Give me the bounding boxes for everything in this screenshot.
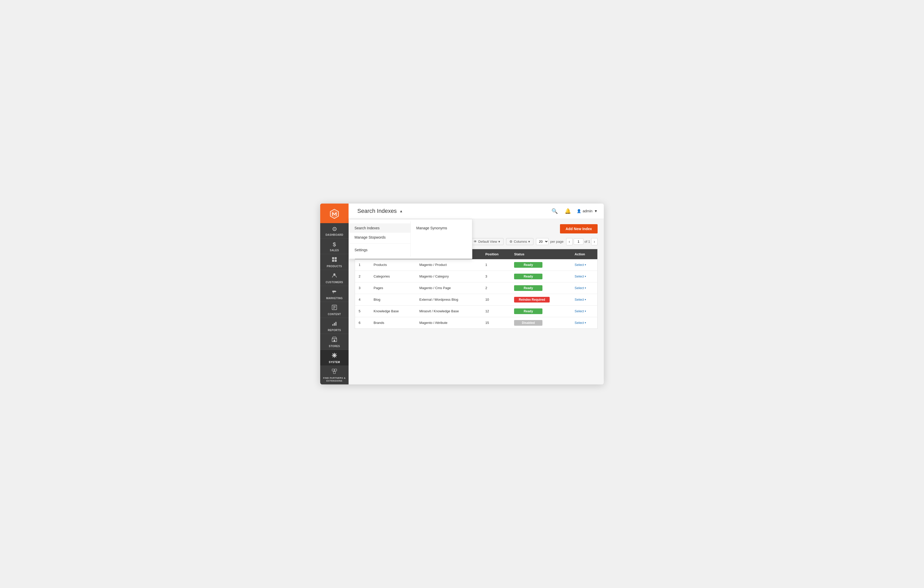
sidebar-item-label: FIND PARTNERS & EXTENSIONS bbox=[322, 377, 347, 382]
dropdown-item-settings[interactable]: Settings bbox=[349, 245, 411, 255]
header-title-area: Search Indexes ▲ bbox=[355, 206, 550, 216]
cell-position: 12 bbox=[482, 305, 510, 317]
sidebar-item-label: STORES bbox=[329, 345, 340, 348]
cell-action: Select ▾ bbox=[571, 305, 597, 317]
cell-id: 6 bbox=[355, 317, 370, 329]
dropdown-item-manage-stopwords[interactable]: Manage Stopwords bbox=[349, 233, 411, 242]
cell-position: 3 bbox=[482, 270, 510, 282]
header-actions: 🔍 🔔 👤 admin ▼ bbox=[550, 207, 597, 215]
dropdown-item-manage-synonyms[interactable]: Manage Synonyms bbox=[411, 223, 472, 233]
sidebar-item-label: SYSTEM bbox=[329, 361, 340, 364]
dropdown-divider bbox=[349, 244, 411, 244]
sales-icon: $ bbox=[333, 241, 336, 248]
cell-type: Mirasvit / Knowledge Base bbox=[416, 305, 482, 317]
cell-position: 1 bbox=[482, 259, 510, 271]
action-select-link[interactable]: Select ▾ bbox=[575, 309, 586, 313]
sidebar-item-products[interactable]: PRODUCTS bbox=[320, 254, 348, 270]
page-title-dropdown-button[interactable]: Search Indexes ▲ bbox=[355, 206, 407, 216]
sidebar-item-customers[interactable]: CUSTOMERS bbox=[320, 270, 348, 286]
search-indexes-table: ID Title Type Position Status Action 1 P… bbox=[355, 249, 597, 329]
sidebar-item-stores[interactable]: STORES bbox=[320, 334, 348, 350]
status-badge: Ready bbox=[514, 285, 543, 291]
col-header-status: Status bbox=[510, 249, 571, 259]
cell-status: Ready bbox=[510, 305, 571, 317]
cell-status: Disabled bbox=[510, 317, 571, 329]
columns-caret-icon: ▾ bbox=[528, 240, 530, 244]
cell-title: Blog bbox=[370, 294, 416, 305]
svg-point-4 bbox=[333, 273, 335, 275]
svg-rect-14 bbox=[333, 339, 335, 342]
action-select-link[interactable]: Select ▾ bbox=[575, 298, 586, 301]
cell-title: Categories bbox=[370, 270, 416, 282]
cell-id: 2 bbox=[355, 270, 370, 282]
columns-icon: ⚙ bbox=[510, 240, 513, 244]
action-select-link[interactable]: Select ▾ bbox=[575, 274, 586, 278]
svg-rect-17 bbox=[332, 369, 334, 371]
sidebar-item-label: REPORTS bbox=[328, 329, 341, 332]
search-header-button[interactable]: 🔍 bbox=[550, 207, 559, 215]
system-icon bbox=[332, 352, 337, 360]
page-number-input[interactable] bbox=[574, 238, 583, 245]
eye-icon: 👁 bbox=[474, 240, 477, 244]
sidebar-item-partners[interactable]: FIND PARTNERS & EXTENSIONS bbox=[320, 366, 348, 385]
add-new-index-button[interactable]: Add New Index bbox=[560, 224, 597, 234]
bell-icon: 🔔 bbox=[564, 208, 571, 214]
customers-icon bbox=[332, 273, 337, 280]
status-badge: Ready bbox=[514, 262, 543, 268]
sidebar-item-system[interactable]: SYSTEM bbox=[320, 350, 348, 366]
per-page-area: 20 per page bbox=[536, 238, 563, 245]
action-caret-icon: ▾ bbox=[585, 264, 586, 266]
table-row: 3 Pages Magento / Cms Page 2 Ready Selec… bbox=[355, 282, 597, 294]
sidebar-item-sales[interactable]: $ SALES bbox=[320, 239, 348, 254]
action-select-link[interactable]: Select ▾ bbox=[575, 286, 586, 290]
svg-point-15 bbox=[333, 354, 335, 356]
cell-status: Ready bbox=[510, 270, 571, 282]
action-caret-icon: ▾ bbox=[585, 310, 586, 313]
notifications-button[interactable]: 🔔 bbox=[564, 207, 572, 215]
sidebar-item-label: MARKETING bbox=[326, 297, 343, 300]
svg-rect-3 bbox=[335, 260, 337, 262]
cell-type: Magento / Cms Page bbox=[416, 282, 482, 294]
sidebar: ⊙ DASHBOARD $ SALES PRODUCTS CUSTOMERS M… bbox=[320, 204, 348, 385]
sidebar-item-content[interactable]: CONTENT bbox=[320, 302, 348, 318]
action-caret-icon: ▾ bbox=[585, 287, 586, 289]
sidebar-item-label: CUSTOMERS bbox=[326, 281, 343, 284]
columns-button[interactable]: ⚙ Columns ▾ bbox=[506, 238, 533, 245]
user-label: admin bbox=[582, 209, 592, 213]
next-page-button[interactable]: › bbox=[591, 238, 597, 245]
dropdown-col-2: Manage Synonyms bbox=[411, 221, 472, 257]
sidebar-item-marketing[interactable]: MARKETING bbox=[320, 286, 348, 302]
cell-status: Ready bbox=[510, 282, 571, 294]
per-page-select[interactable]: 20 bbox=[536, 238, 549, 245]
svg-rect-11 bbox=[334, 323, 335, 326]
cell-type: External / Wordpress Blog bbox=[416, 294, 482, 305]
status-badge: Disabled bbox=[514, 320, 543, 326]
svg-rect-2 bbox=[332, 260, 334, 262]
cell-title: Brands bbox=[370, 317, 416, 329]
cell-action: Select ▾ bbox=[571, 259, 597, 271]
sidebar-item-reports[interactable]: REPORTS bbox=[320, 318, 348, 334]
title-arrow-icon: ▲ bbox=[399, 209, 403, 213]
action-select-link[interactable]: Select ▾ bbox=[575, 321, 586, 324]
cell-title: Pages bbox=[370, 282, 416, 294]
prev-page-button[interactable]: ‹ bbox=[566, 238, 573, 245]
svg-rect-18 bbox=[335, 369, 337, 371]
stores-icon bbox=[332, 336, 337, 344]
default-view-button[interactable]: 👁 Default View ▾ bbox=[470, 238, 503, 245]
search-icon: 🔍 bbox=[551, 208, 558, 214]
magento-logo bbox=[329, 208, 340, 219]
marketing-icon bbox=[332, 288, 337, 296]
dashboard-icon: ⊙ bbox=[332, 226, 337, 232]
status-badge: Ready bbox=[514, 308, 543, 314]
action-select-link[interactable]: Select ▾ bbox=[575, 263, 586, 267]
dropdown-item-search-indexes[interactable]: Search Indexes bbox=[349, 223, 411, 233]
sidebar-item-dashboard[interactable]: ⊙ DASHBOARD bbox=[320, 223, 348, 239]
svg-rect-19 bbox=[333, 372, 335, 374]
cell-id: 4 bbox=[355, 294, 370, 305]
user-menu-button[interactable]: 👤 admin ▼ bbox=[577, 209, 597, 213]
per-page-label: per page bbox=[550, 240, 563, 244]
nav-dropdown-menu: Search Indexes Manage Stopwords Settings… bbox=[348, 219, 472, 259]
user-icon: 👤 bbox=[577, 209, 581, 213]
svg-rect-7 bbox=[333, 306, 336, 306]
svg-rect-9 bbox=[333, 308, 335, 309]
